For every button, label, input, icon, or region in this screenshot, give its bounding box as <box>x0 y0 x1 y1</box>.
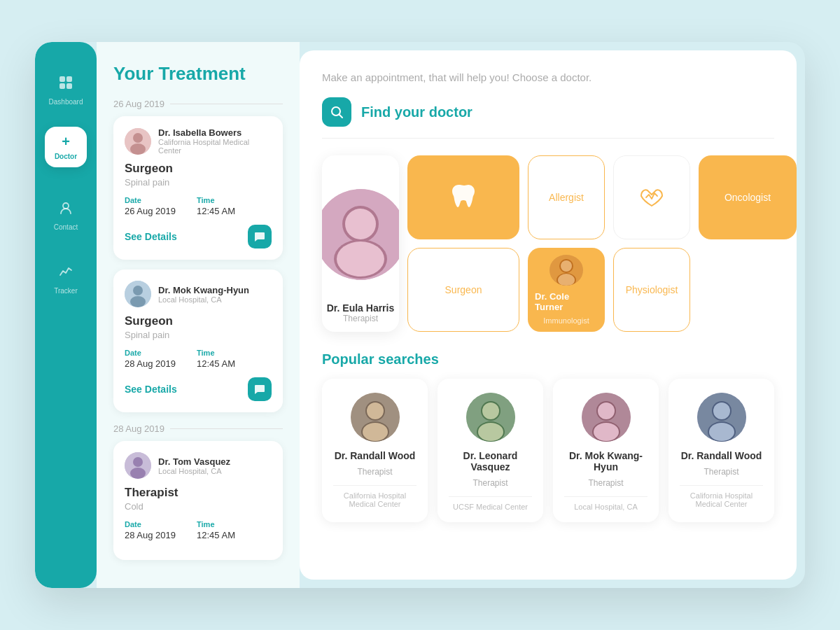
svg-rect-3 <box>66 83 72 89</box>
popular-avatar-2 <box>582 393 631 442</box>
meta-time-2: Time 12:45 AM <box>197 349 235 369</box>
doc-info-1: Dr. Isabella Bowers California Hospital … <box>158 127 272 155</box>
doc-hospital-2: Local Hospital, CA <box>158 295 249 304</box>
popular-role-1: Therapist <box>472 478 507 488</box>
chat-btn-1[interactable] <box>248 225 272 248</box>
popular-card-3[interactable]: Dr. Randall Wood Therapist California Ho… <box>668 379 774 522</box>
immunologist-role: Immunologist <box>543 316 589 325</box>
svg-rect-2 <box>59 83 65 89</box>
meta-time-1: Time 12:45 AM <box>197 196 235 216</box>
popular-name-3: Dr. Randall Wood <box>681 450 762 461</box>
chat-btn-2[interactable] <box>248 377 272 401</box>
panel-title: Your Treatment <box>113 63 283 85</box>
appointment-card-1: Dr. Isabella Bowers California Hospital … <box>113 116 283 260</box>
svg-point-43 <box>713 402 730 419</box>
tooth-specialty-chip[interactable] <box>407 155 519 239</box>
meta-date-2: Date 28 Aug 2019 <box>125 349 176 369</box>
svg-point-44 <box>709 423 734 441</box>
app-container: Dashboard + Doctor Contact Trac <box>35 42 805 588</box>
sidebar-dashboard-label: Dashboard <box>49 98 83 106</box>
see-details-btn-1[interactable]: See Details <box>125 231 177 242</box>
svg-point-6 <box>133 133 143 143</box>
popular-name-2: Dr. Mok Kwang-Hyun <box>564 450 648 472</box>
svg-rect-0 <box>59 76 65 82</box>
sidebar: Dashboard + Doctor Contact Trac <box>35 42 97 588</box>
doc-row-2: Dr. Mok Kwang-Hyun Local Hospital, CA <box>125 281 272 307</box>
popular-role-2: Therapist <box>588 478 623 488</box>
popular-name-0: Dr. Randall Wood <box>335 450 416 461</box>
card-specialty-2: Surgeon <box>125 314 272 328</box>
popular-hospital-3: California Hospital Medical Center <box>680 485 763 508</box>
physiologist-chip[interactable]: Physiologist <box>613 248 690 332</box>
immunologist-name: Dr. Cole Turner <box>535 291 598 312</box>
popular-card-0[interactable]: Dr. Randall Wood Therapist California Ho… <box>322 379 428 522</box>
popular-card-2[interactable]: Dr. Mok Kwang-Hyun Therapist Local Hospi… <box>553 379 659 522</box>
dashboard-icon <box>53 70 78 95</box>
sidebar-item-dashboard[interactable]: Dashboard <box>35 63 97 113</box>
card-meta-3: Date 28 Aug 2019 Time 12:45 AM <box>125 520 272 540</box>
popular-avatar-1 <box>466 393 515 442</box>
card-meta-2: Date 28 Aug 2019 Time 12:45 AM <box>125 349 272 369</box>
search-icon-btn[interactable] <box>322 97 351 127</box>
meta-date-3: Date 28 Aug 2019 <box>125 520 176 540</box>
doc-hospital-3: Local Hospital, CA <box>158 467 230 475</box>
svg-point-33 <box>482 402 499 419</box>
popular-hospital-1: UCSF Medical Center <box>449 496 532 511</box>
meta-date-1: Date 26 Aug 2019 <box>125 196 176 216</box>
popular-role-0: Therapist <box>357 467 392 477</box>
doc-name-3: Dr. Tom Vasquez <box>158 456 230 467</box>
doc-name-1: Dr. Isabella Bowers <box>158 127 272 138</box>
meta-time-3: Time 12:45 AM <box>197 520 235 540</box>
date-header-1: 26 Aug 2019 <box>113 99 283 109</box>
allergist-chip[interactable]: Allergist <box>528 155 605 239</box>
right-panel: Make an appointment, that will help you!… <box>300 50 797 580</box>
svg-point-38 <box>598 402 615 419</box>
left-panel: Your Treatment 26 Aug 2019 Dr. Isabella … <box>97 42 300 588</box>
featured-doctor-card[interactable]: Dr. Eula Harris Therapist <box>322 155 399 332</box>
surgeon-chip[interactable]: Surgeon <box>407 248 519 332</box>
popular-section-title: Popular searches <box>322 351 774 368</box>
appointment-card-3: Dr. Tom Vasquez Local Hospital, CA Thera… <box>113 441 283 560</box>
tagline: Make an appointment, that will help you!… <box>322 71 774 83</box>
svg-point-23 <box>561 260 572 272</box>
popular-card-1[interactable]: Dr. Leonard Vasquez Therapist UCSF Medic… <box>438 379 543 522</box>
card-specialty-3: Therapist <box>125 486 272 500</box>
sidebar-item-contact[interactable]: Contact <box>35 188 97 238</box>
doc-info-2: Dr. Mok Kwang-Hyun Local Hospital, CA <box>158 285 249 304</box>
popular-role-3: Therapist <box>704 467 738 477</box>
sidebar-item-tracker[interactable]: Tracker <box>35 252 97 302</box>
search-section: Find your doctor <box>322 97 774 139</box>
card-footer-2: See Details <box>125 377 272 401</box>
svg-point-29 <box>363 423 388 441</box>
date-header-3: 28 Aug 2019 <box>113 424 283 434</box>
popular-avatar-0 <box>351 393 400 442</box>
popular-avatar-3 <box>697 393 746 442</box>
avatar-2 <box>125 281 151 307</box>
svg-rect-1 <box>66 76 72 82</box>
doc-row-3: Dr. Tom Vasquez Local Hospital, CA <box>125 452 272 479</box>
svg-point-9 <box>133 286 143 295</box>
card-specialty-1: Surgeon <box>125 162 272 176</box>
sidebar-contact-label: Contact <box>54 223 78 231</box>
popular-grid: Dr. Randall Wood Therapist California Ho… <box>322 379 774 522</box>
avatar-1 <box>125 128 151 155</box>
oncologist-chip[interactable]: Oncologist <box>699 155 797 239</box>
search-label: Find your doctor <box>361 104 472 120</box>
immunologist-card[interactable]: Dr. Cole Turner Immunologist <box>528 248 605 332</box>
svg-point-19 <box>337 241 384 276</box>
card-condition-1: Spinal pain <box>125 177 272 188</box>
plus-icon: + <box>62 134 70 150</box>
svg-point-28 <box>367 402 384 419</box>
card-condition-3: Cold <box>125 501 272 512</box>
svg-point-7 <box>130 144 146 155</box>
heart-chip[interactable] <box>613 155 690 239</box>
doc-info-3: Dr. Tom Vasquez Local Hospital, CA <box>158 456 230 475</box>
popular-name-1: Dr. Leonard Vasquez <box>449 450 532 472</box>
svg-point-10 <box>130 296 146 307</box>
card-footer-1: See Details <box>125 225 272 248</box>
see-details-btn-2[interactable]: See Details <box>125 384 177 395</box>
sidebar-item-doctor[interactable]: + Doctor <box>45 127 87 167</box>
popular-hospital-0: California Hospital Medical Center <box>333 485 416 508</box>
popular-hospital-2: Local Hospital, CA <box>564 496 648 511</box>
featured-doc-name: Dr. Eula Harris <box>327 302 395 314</box>
